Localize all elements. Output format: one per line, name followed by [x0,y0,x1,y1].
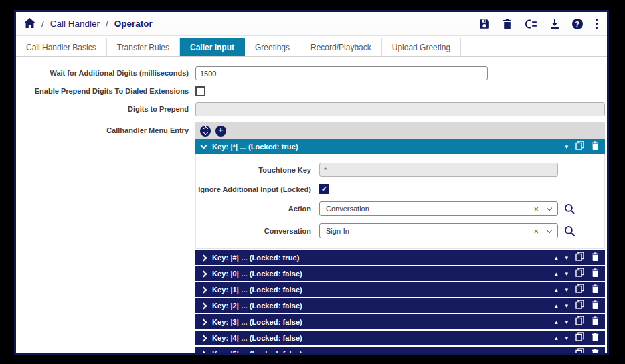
menu-entry-header-5[interactable]: Key: |5| ... (Locked: false) ▴ ▾ [195,347,605,355]
breadcrumb-separator: / [106,19,108,29]
menu-entry-detail: Touchtone Key Ignore Additional Input (L… [195,154,605,249]
delete-icon[interactable] [592,141,599,153]
top-bar: / Call Handler / Operator ? [16,12,607,36]
copy-icon[interactable] [575,252,584,264]
search-icon[interactable] [564,225,575,237]
action-label: Action [196,205,319,213]
delete-icon[interactable] [503,19,512,29]
chevron-down-icon[interactable] [547,227,552,232]
expand-icon[interactable] [201,318,207,325]
menu-entry-toolbar: + [195,122,605,139]
tab-transfer-rules[interactable]: Transfer Rules [107,38,180,56]
collapse-icon[interactable] [201,143,207,149]
expand-icon[interactable] [201,286,207,293]
save-icon[interactable] [479,19,490,29]
move-up-icon[interactable]: ▴ [555,335,558,341]
unfold-icon[interactable] [200,126,211,136]
expand-icon[interactable] [201,302,207,309]
tab-greetings[interactable]: Greetings [245,38,300,56]
move-up-icon[interactable]: ▴ [555,255,558,261]
clear-icon[interactable]: × [533,205,539,213]
move-down-icon[interactable]: ▾ [565,287,568,293]
menu-entry-header-0[interactable]: Key: |0| ... (Locked: false) ▴ ▾ [195,266,605,281]
copy-icon[interactable] [575,141,584,153]
ignore-input-label: Ignore Additional Input (Locked) [196,185,319,193]
digits-to-prepend-label: Digits to Prepend [16,105,195,114]
search-icon[interactable] [564,203,575,215]
digits-to-prepend-input [195,102,605,116]
breadcrumb-call-handler[interactable]: Call Handler [50,19,100,29]
breadcrumb-operator: Operator [114,19,153,29]
top-actions: ? [479,19,598,29]
clear-icon[interactable]: × [533,227,539,236]
action-combobox[interactable]: Conversation × [319,201,558,216]
download-icon[interactable] [550,19,559,29]
menu-entry-header-3[interactable]: Key: |3| ... (Locked: false) ▴ ▾ [195,314,605,329]
move-up-icon[interactable]: ▴ [555,271,558,277]
menu-entry-header-pound[interactable]: Key: |#| ... (Locked: true) ▴ ▾ [195,250,605,265]
tab-upload-greeting[interactable]: Upload Greeting [382,38,461,56]
touchtone-key-input [319,163,558,177]
more-icon[interactable] [596,19,598,29]
add-icon[interactable]: + [215,126,226,136]
conversation-label: Conversation [196,227,319,235]
copy-icon[interactable] [575,284,584,296]
breadcrumb: / Call Handler / Operator [24,18,153,30]
delete-icon[interactable] [592,300,599,312]
callhandler-menu-entry-section: + Key: |*| ... (Locked: true) ▾ [195,122,605,355]
wait-digits-input[interactable] [195,66,488,80]
breadcrumb-separator: / [41,19,44,29]
delete-icon[interactable] [592,284,599,296]
move-down-icon[interactable]: ▾ [565,255,568,261]
copy-icon[interactable] [575,332,584,344]
menu-entry-header-2[interactable]: Key: |2| ... (Locked: false) ▴ ▾ [195,298,605,313]
ignore-input-checkbox[interactable] [319,184,329,194]
delete-icon[interactable] [592,268,599,280]
expand-icon[interactable] [201,351,207,355]
delete-icon[interactable] [592,348,599,355]
move-up-icon[interactable]: ▴ [555,287,558,293]
tab-call-handler-basics[interactable]: Call Handler Basics [16,38,107,56]
copy-icon[interactable] [575,268,584,280]
move-down-icon[interactable]: ▾ [565,319,568,325]
delete-icon[interactable] [592,332,599,344]
delete-icon[interactable] [592,316,599,328]
tab-record-playback[interactable]: Record/Playback [300,38,382,56]
copy-icon[interactable] [575,316,584,328]
move-up-icon[interactable]: ▴ [555,319,558,325]
copy-icon[interactable] [575,300,584,312]
menu-entry-label: Callhandler Menu Entry [16,122,195,135]
delete-icon[interactable] [592,252,599,264]
touchtone-key-label: Touchtone Key [196,166,319,174]
menu-entry-header-4[interactable]: Key: |4| ... (Locked: false) ▴ ▾ [195,331,605,345]
move-down-icon[interactable]: ▾ [565,335,568,341]
menu-entry-header-star[interactable]: Key: |*| ... (Locked: true) ▾ [195,139,605,154]
tab-caller-input[interactable]: Caller Input [180,38,245,56]
tab-bar: Call Handler Basics Transfer Rules Calle… [16,38,607,57]
chevron-down-icon[interactable] [547,205,552,210]
home-icon[interactable] [24,18,35,30]
move-up-icon[interactable]: ▴ [555,351,558,355]
conversation-value: Sign-In [326,227,533,235]
menu-entry-header-1[interactable]: Key: |1| ... (Locked: false) ▴ ▾ [195,282,605,297]
help-icon[interactable]: ? [572,19,583,29]
move-down-icon[interactable]: ▾ [565,271,568,277]
copy-icon[interactable] [575,348,584,355]
caller-input-form: Wait for Additional Digits (milliseconds… [16,57,607,355]
menu-entry-title: Key: |*| ... (Locked: true) [212,143,298,151]
move-down-icon[interactable]: ▾ [565,351,568,355]
action-value: Conversation [326,205,533,213]
move-down-icon[interactable]: ▾ [565,144,568,150]
enable-prepend-checkbox[interactable] [195,86,205,96]
call-events-icon[interactable] [525,19,537,29]
app-window: / Call Handler / Operator ? Call Handler… [14,10,609,355]
move-down-icon[interactable]: ▾ [565,303,568,309]
move-up-icon[interactable]: ▴ [555,303,558,309]
expand-icon[interactable] [201,254,207,261]
wait-digits-label: Wait for Additional Digits (milliseconds… [16,69,195,78]
expand-icon[interactable] [201,270,207,277]
enable-prepend-label: Enable Prepend Digits To Dialed Extensio… [16,87,195,96]
collapsed-menu-entries: Key: |#| ... (Locked: true) ▴ ▾ Key: |0|… [195,250,605,355]
expand-icon[interactable] [201,335,207,341]
conversation-combobox[interactable]: Sign-In × [319,223,558,238]
